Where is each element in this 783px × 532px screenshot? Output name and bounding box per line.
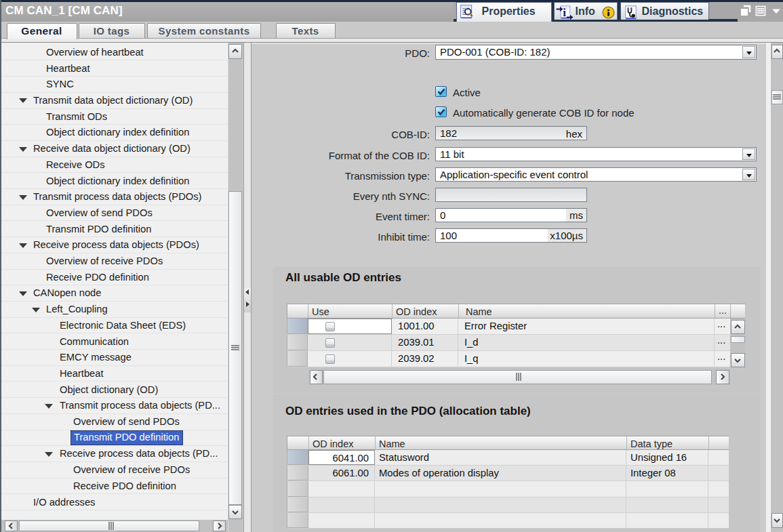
svg-text:i: i: [563, 5, 566, 18]
